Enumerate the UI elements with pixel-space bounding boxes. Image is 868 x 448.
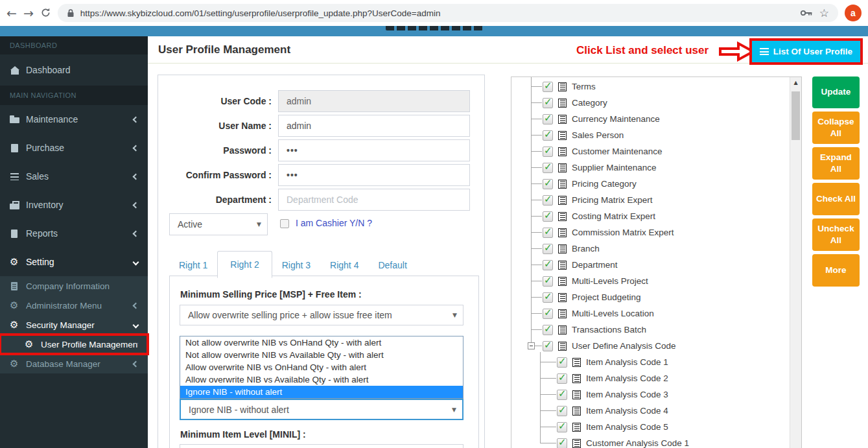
department-field[interactable] xyxy=(278,189,470,211)
tree-checkbox-checked[interactable] xyxy=(557,390,567,400)
nib-option[interactable]: Allow overwrite NIB vs OnHand Qty - with… xyxy=(180,361,463,373)
tree-item-label[interactable]: Project Budgeting xyxy=(572,292,641,302)
tree-item-label[interactable]: Item Analysis Code 4 xyxy=(586,406,668,416)
minil-select[interactable] xyxy=(180,444,463,448)
tree-item-label[interactable]: Branch xyxy=(572,244,600,253)
tree-checkbox-checked[interactable] xyxy=(543,147,553,157)
tab[interactable]: Right 1 xyxy=(169,255,217,276)
sidebar-subitem[interactable]: User Profile Management xyxy=(0,335,148,354)
key-icon[interactable] xyxy=(800,9,814,17)
action-button[interactable]: Update xyxy=(812,77,860,108)
tree-item-label[interactable]: Customer Maintenance xyxy=(572,147,663,156)
tree-item-label[interactable]: Category xyxy=(572,98,607,108)
tree-item-label[interactable]: Item Analysis Code 5 xyxy=(586,422,668,432)
tree-item-label[interactable]: User Define Analysis Code xyxy=(572,341,676,351)
confirm-password-field[interactable] xyxy=(278,164,470,186)
tree-item-label[interactable]: Department xyxy=(572,260,618,270)
nib-option[interactable]: Ignore NIB - without alert xyxy=(180,386,463,398)
user-code-field[interactable] xyxy=(278,90,470,112)
tree-item-label[interactable]: Costing Matrix Expert xyxy=(572,211,655,221)
sidebar-item-dashboard[interactable]: Dashboard xyxy=(0,54,148,86)
tree-checkbox-checked[interactable] xyxy=(543,276,553,287)
action-button[interactable]: Check All xyxy=(812,183,860,215)
tree-item-label[interactable]: Supplier Maintenance xyxy=(572,163,657,172)
cashier-checkbox[interactable] xyxy=(280,219,289,228)
tree-checkbox-checked[interactable] xyxy=(557,373,567,384)
forward-icon[interactable]: → xyxy=(23,7,34,19)
tree-checkbox-checked[interactable] xyxy=(543,309,553,319)
tree-checkbox-checked[interactable] xyxy=(543,195,553,206)
star-icon[interactable]: ☆ xyxy=(819,6,829,19)
tree-checkbox-checked[interactable] xyxy=(543,325,553,335)
sidebar-subitem[interactable]: Database Manager xyxy=(0,354,148,373)
nib-option[interactable]: Not allow overwrite NIB vs OnHand Qty - … xyxy=(180,336,463,349)
msp-section-label: Minimum Selling Price [MSP] + Free Item … xyxy=(180,289,362,300)
nib-option[interactable]: Not allow overwrite NIB vs Available Qty… xyxy=(180,349,463,361)
tree-checkbox-checked[interactable] xyxy=(543,244,553,254)
tree-checkbox-checked[interactable] xyxy=(543,179,553,189)
scrollbar-thumb[interactable] xyxy=(792,91,800,140)
sidebar-subitem[interactable]: Administrator Menu xyxy=(0,296,148,315)
tree-checkbox-checked[interactable] xyxy=(543,114,553,124)
nib-option[interactable]: Allow overwrite NIB vs Available Qty - w… xyxy=(180,373,463,386)
tree-item-label[interactable]: Multi-Levels Project xyxy=(572,276,648,286)
tree-checkbox-checked[interactable] xyxy=(543,341,553,351)
tree-scrollbar[interactable]: ▲ xyxy=(790,77,801,448)
tree-item-label[interactable]: Terms xyxy=(572,82,596,91)
tree-item-label[interactable]: Pricing Category xyxy=(572,179,637,189)
url-bar[interactable]: https://www.skybizcloud.com/01/setting/u… xyxy=(58,4,838,22)
tree-checkbox-checked[interactable] xyxy=(543,82,553,92)
sidebar-subitem[interactable]: Company Information xyxy=(0,276,148,296)
msp-select[interactable]: Allow overwrite selling price + allow is… xyxy=(180,305,463,325)
action-button[interactable]: Collapse All xyxy=(812,112,860,144)
collapse-toggle-icon[interactable] xyxy=(528,342,535,349)
tree-item-label[interactable]: Multi-Levels Location xyxy=(572,309,654,318)
tree-checkbox-checked[interactable] xyxy=(557,357,567,368)
tree-checkbox-checked[interactable] xyxy=(543,292,553,303)
tree-item-label[interactable]: Commission Matrix Expert xyxy=(572,228,674,237)
sidebar-item[interactable]: Sales xyxy=(0,162,148,191)
action-button[interactable]: Expand All xyxy=(812,147,860,180)
lock-icon[interactable] xyxy=(67,8,75,18)
tree-item-label[interactable]: Transactions Batch xyxy=(572,325,646,335)
sidebar-item[interactable]: Inventory xyxy=(0,191,148,219)
list-of-user-profile-button[interactable]: List Of User Profile xyxy=(752,41,860,62)
tab[interactable]: Right 3 xyxy=(272,255,320,276)
tree-checkbox-checked[interactable] xyxy=(543,211,553,222)
password-field[interactable] xyxy=(278,139,470,161)
tree-checkbox-checked[interactable] xyxy=(557,438,567,448)
user-name-field[interactable] xyxy=(278,115,470,137)
scroll-up-icon[interactable]: ▲ xyxy=(790,77,801,88)
tree-item-label[interactable]: Item Analysis Code 3 xyxy=(586,390,668,399)
tree-item-label[interactable]: Item Analysis Code 1 xyxy=(586,357,668,367)
sidebar-item[interactable]: Purchase xyxy=(0,134,148,162)
sidebar-item-setting[interactable]: Setting xyxy=(0,248,148,276)
sidebar-subitem[interactable]: Security Manager xyxy=(0,315,148,335)
avatar[interactable]: a xyxy=(845,5,862,21)
tree-item-label[interactable]: Currency Maintenance xyxy=(572,114,660,124)
tree-checkbox-checked[interactable] xyxy=(543,130,553,141)
tree-checkbox-checked[interactable] xyxy=(557,406,567,416)
tree-checkbox-checked[interactable] xyxy=(543,98,553,108)
reload-icon[interactable] xyxy=(40,6,51,20)
sidebar-item[interactable]: Reports xyxy=(0,219,148,248)
tree-checkbox-checked[interactable] xyxy=(543,163,553,173)
tab[interactable]: Default xyxy=(368,255,416,276)
tree-item-label[interactable]: Item Analysis Code 2 xyxy=(586,373,668,383)
sidebar-item[interactable]: Maintenance xyxy=(0,105,148,134)
tree-item-label[interactable]: Customer Analysis Code 1 xyxy=(586,438,689,448)
tree-checkbox-checked[interactable] xyxy=(543,228,553,238)
tab[interactable]: Right 2 xyxy=(217,251,272,278)
tree-item-label[interactable]: Sales Person xyxy=(572,130,624,140)
nib-select[interactable]: Ignore NIB - without alert ▼ xyxy=(180,399,463,420)
tree-checkbox-checked[interactable] xyxy=(543,260,553,270)
back-icon[interactable]: ← xyxy=(6,7,17,19)
tree-item: Customer Maintenance xyxy=(511,143,790,159)
tab[interactable]: Right 4 xyxy=(320,255,368,276)
status-select[interactable]: Active ▼ xyxy=(169,213,268,235)
tree-item-label[interactable]: Pricing Matrix Expert xyxy=(572,195,653,205)
tree-checkbox-checked[interactable] xyxy=(557,422,567,432)
action-button[interactable]: Uncheck All xyxy=(812,218,860,251)
cashier-label[interactable]: I am Cashier Y/N ? xyxy=(296,218,372,228)
action-button[interactable]: More xyxy=(812,254,860,287)
